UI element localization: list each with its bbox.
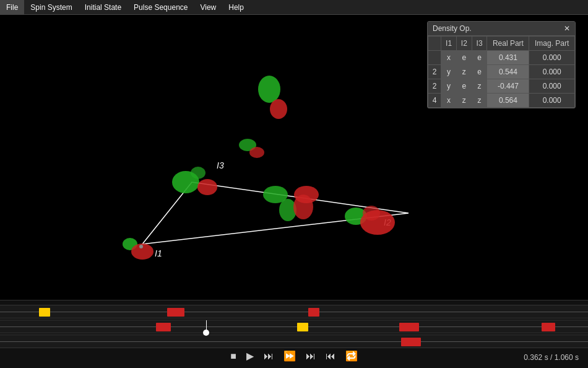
svg-point-4 [197,179,217,195]
timeline-area: ■ ▶ ⏭ ⏩ ⏭ ⏮ 🔁 0.362 s / 1.060 s [0,300,588,368]
density-panel-title: Density Op. [433,24,472,33]
skip-end-button[interactable]: ⏭ [303,349,318,363]
transport-controls: ■ ▶ ⏭ ⏩ ⏭ ⏮ 🔁 [228,349,360,363]
time-display: 0.362 s / 1.060 s [524,353,579,362]
svg-point-13 [123,238,137,250]
svg-point-9 [293,195,313,219]
svg-point-2 [270,99,287,119]
menu-spin-system[interactable]: Spin System [24,0,78,14]
menu-file[interactable]: File [0,0,24,14]
density-close-button[interactable]: ✕ [564,25,570,32]
svg-point-12 [363,206,380,221]
density-panel: Density Op. ✕ I1 I2 I3 Real Part Imag. P… [427,21,576,108]
svg-point-3 [172,171,199,193]
svg-point-8 [279,199,296,221]
track-line [0,341,588,342]
density-table: I1 I2 I3 Real Part Imag. Part xee0.4310.… [428,36,575,108]
menu-initial-state[interactable]: Initial State [79,0,128,14]
spin-label-i1: I1 [155,248,162,258]
spin-label-i2: I2 [384,217,391,227]
menu-pulse-sequence[interactable]: Pulse Sequence [128,0,194,14]
step-forward-button[interactable]: ⏭ [261,349,276,363]
menu-view[interactable]: View [194,0,222,14]
timeline-track[interactable] [0,305,588,318]
density-row: 2yez-0.4470.000 [428,79,575,94]
pulse-block[interactable] [308,308,319,317]
loop-button[interactable]: 🔁 [343,349,360,363]
svg-marker-0 [142,182,409,244]
density-row: 2yze0.5440.000 [428,65,575,79]
menubar: File Spin System Initial State Pulse Seq… [0,0,588,15]
playhead-circle [203,330,209,336]
density-col-i2: I2 [456,37,472,51]
density-col-empty [428,37,441,51]
svg-point-15 [139,245,143,248]
svg-point-14 [131,243,153,260]
fast-forward-button[interactable]: ⏩ [281,349,298,363]
play-button[interactable]: ▶ [244,349,256,363]
density-col-imag: Imag. Part [529,37,575,51]
svg-point-1 [258,76,280,103]
skip-start-button[interactable]: ⏮ [323,349,338,363]
pulse-block[interactable] [542,323,555,331]
density-col-i3: I3 [472,37,487,51]
timeline-track[interactable] [0,335,588,348]
svg-point-16 [239,139,256,151]
svg-point-6 [263,186,288,203]
pulse-block[interactable] [399,323,419,331]
pulse-block[interactable] [401,338,421,346]
spin-label-i3: I3 [217,160,224,170]
playhead[interactable] [206,320,207,333]
density-col-real: Real Part [487,37,529,51]
pulse-block[interactable] [167,308,184,317]
svg-point-5 [191,167,205,179]
pulse-block[interactable] [297,323,308,331]
density-row: xee0.4310.000 [428,51,575,65]
svg-point-10 [345,208,367,225]
stop-button[interactable]: ■ [228,349,239,363]
svg-point-7 [294,186,319,203]
density-col-i1: I1 [441,37,457,51]
density-panel-header: Density Op. ✕ [428,22,575,36]
menu-help[interactable]: Help [222,0,250,14]
track-line [0,312,588,312]
pulse-block[interactable] [156,323,171,331]
track-line [0,326,588,327]
density-row: 4xzz0.5640.000 [428,94,575,108]
svg-point-11 [360,210,395,235]
timeline-tracks[interactable] [0,304,588,347]
pulse-block[interactable] [39,308,50,317]
timeline-track[interactable] [0,320,588,333]
svg-point-17 [249,147,264,158]
